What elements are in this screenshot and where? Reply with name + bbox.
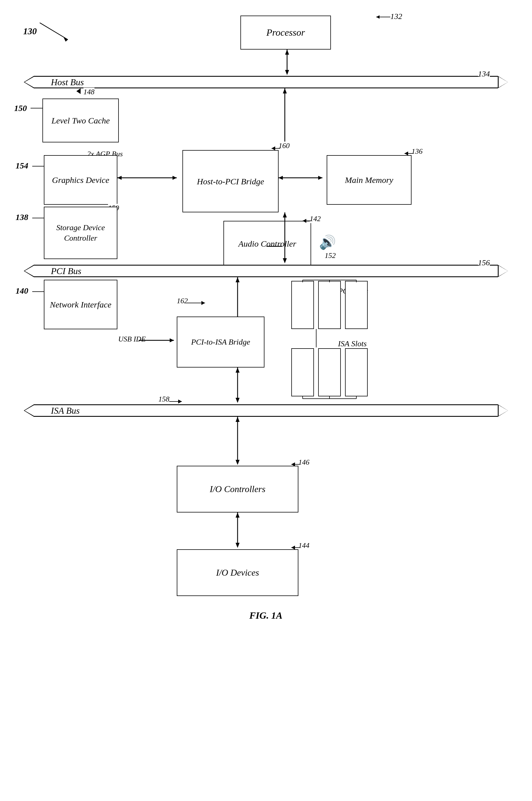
bridge-to-memory-arrow bbox=[279, 175, 327, 181]
svg-marker-13 bbox=[283, 88, 287, 93]
io-devices-box: I/O Devices bbox=[177, 549, 298, 596]
ref-132-arrow bbox=[376, 14, 393, 23]
ref-144-arrow bbox=[290, 544, 301, 551]
svg-line-0 bbox=[40, 23, 68, 40]
ref-148-arrow bbox=[76, 88, 88, 94]
svg-marker-25 bbox=[404, 151, 408, 156]
pci-slot-1 bbox=[291, 281, 314, 329]
level-two-cache-box: Level Two Cache bbox=[42, 98, 119, 142]
host-bus-label: Host Bus bbox=[50, 77, 85, 88]
main-memory-box: Main Memory bbox=[327, 155, 412, 205]
svg-marker-59 bbox=[235, 460, 240, 465]
pci-bus-label: PCI Bus bbox=[50, 266, 83, 276]
ref-160-arrow bbox=[270, 145, 281, 152]
bridge-to-pcibus-arrow bbox=[282, 212, 288, 265]
ref-154-label: 154 bbox=[16, 161, 28, 170]
isa-slot-3 bbox=[345, 348, 368, 396]
pci-isa-slots-connect bbox=[314, 329, 319, 349]
ref-138-label: 138 bbox=[16, 212, 28, 222]
ref-150-label: 150 bbox=[14, 103, 27, 113]
isa-slots-label: ISA Slots bbox=[338, 339, 366, 348]
ref-146-arrow bbox=[290, 461, 301, 468]
ref-136-arrow bbox=[403, 150, 414, 157]
ref-158-label: 158 bbox=[158, 395, 169, 403]
svg-marker-32 bbox=[283, 212, 287, 217]
graphics-to-bridge-arrow bbox=[117, 175, 183, 181]
svg-marker-55 bbox=[235, 367, 240, 372]
svg-marker-54 bbox=[235, 398, 240, 403]
isa-slots-connection bbox=[291, 396, 376, 402]
svg-marker-57 bbox=[178, 400, 182, 403]
ref-140-label: 140 bbox=[16, 286, 28, 296]
svg-marker-39 bbox=[235, 277, 240, 282]
svg-marker-8 bbox=[76, 88, 81, 94]
pci-bus-body bbox=[34, 265, 498, 277]
isa-bus-label: ISA Bus bbox=[50, 405, 81, 416]
ref-152-label: 152 bbox=[325, 251, 336, 260]
speaker-icon: 🔊 bbox=[319, 234, 336, 250]
processor-to-hostbus-arrow bbox=[284, 50, 290, 76]
diagram: 130 132 Processor Host Bus 134 148 bbox=[0, 0, 532, 801]
svg-marker-60 bbox=[235, 417, 240, 422]
ref-156-underline bbox=[472, 261, 481, 268]
svg-marker-22 bbox=[279, 176, 283, 180]
svg-marker-3 bbox=[376, 15, 380, 19]
svg-marker-18 bbox=[172, 176, 177, 180]
ref-130-arrow bbox=[40, 23, 74, 45]
ref-130-label: 130 bbox=[23, 26, 37, 37]
svg-marker-43 bbox=[170, 338, 174, 342]
usbide-to-bridge-arrow bbox=[138, 338, 178, 343]
host-bus-body bbox=[34, 76, 498, 88]
svg-marker-5 bbox=[285, 70, 289, 75]
isabus-to-iocontrollers-arrow bbox=[235, 417, 241, 466]
svg-marker-62 bbox=[291, 462, 295, 466]
isabridge-to-isabus-arrow bbox=[235, 367, 241, 404]
isa-bus-body bbox=[34, 404, 498, 417]
graphics-device-box: Graphics Device bbox=[44, 155, 117, 205]
svg-marker-31 bbox=[283, 258, 287, 263]
svg-marker-64 bbox=[235, 543, 240, 548]
svg-marker-65 bbox=[235, 512, 240, 517]
isa-slot-2 bbox=[318, 348, 341, 396]
isa-slot-1 bbox=[291, 348, 314, 396]
ref-162-arrow bbox=[187, 299, 209, 307]
ref-134-underline bbox=[472, 72, 481, 79]
figure-caption: FIG. 1A bbox=[212, 610, 320, 621]
svg-marker-29 bbox=[303, 219, 306, 223]
storage-device-controller-box: Storage Device Controller bbox=[44, 207, 117, 259]
ref-142-arrow bbox=[301, 217, 312, 224]
svg-marker-67 bbox=[291, 546, 295, 550]
ref-162-label: 162 bbox=[177, 297, 188, 305]
svg-marker-6 bbox=[285, 50, 289, 55]
svg-marker-41 bbox=[202, 301, 205, 305]
svg-marker-23 bbox=[318, 176, 322, 180]
pci-slots-connection bbox=[291, 277, 376, 283]
processor-box: Processor bbox=[241, 16, 331, 50]
host-to-pci-bridge-box: Host-to-PCI Bridge bbox=[183, 150, 279, 212]
pci-slot-2 bbox=[318, 281, 341, 329]
svg-marker-20 bbox=[271, 146, 275, 150]
network-interface-box: Network Interface bbox=[44, 280, 117, 329]
pci-slot-3 bbox=[345, 281, 368, 329]
hostbus-to-bridge-arrow bbox=[282, 88, 288, 151]
io-controllers-box: I/O Controllers bbox=[177, 466, 298, 512]
svg-marker-17 bbox=[117, 176, 121, 180]
pci-to-isa-bridge-box: PCI-to-ISA Bridge bbox=[177, 316, 264, 367]
ref-158-arrow bbox=[169, 398, 186, 405]
iocontrollers-to-iodevices-arrow bbox=[235, 512, 241, 549]
audio-to-pcibus-arrow bbox=[266, 243, 285, 249]
